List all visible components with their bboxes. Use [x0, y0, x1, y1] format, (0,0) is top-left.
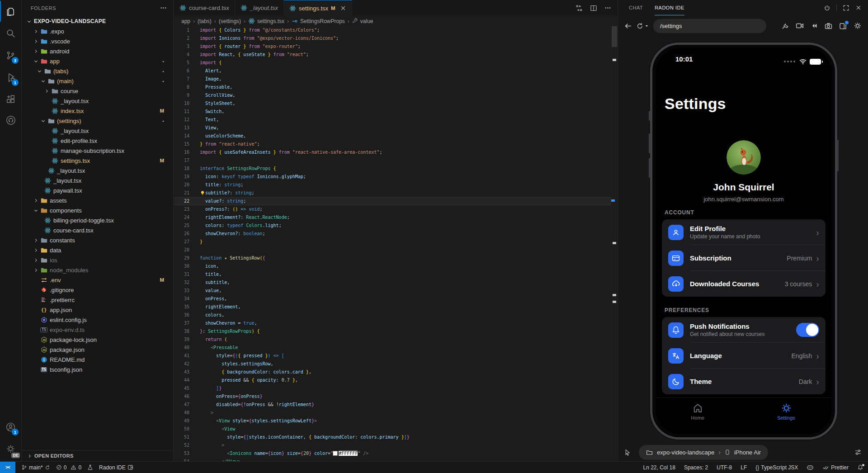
dev-tools-icon[interactable] — [781, 22, 789, 30]
code-line-35[interactable]: 35 rightElement, — [174, 303, 611, 311]
code-line-33[interactable]: 33 value, — [174, 287, 611, 295]
code-line-27[interactable]: 27} — [174, 238, 611, 246]
replay-icon[interactable] — [811, 22, 818, 29]
scrollbar-thumb[interactable] — [612, 26, 617, 47]
phone-tab-home[interactable]: Home — [677, 402, 718, 421]
tree-item-layout-tsx[interactable]: _layout.tsx — [22, 126, 173, 136]
more-actions-icon[interactable] — [160, 5, 167, 11]
reload-button[interactable] — [637, 23, 649, 29]
radon-ide-status-item[interactable]: Radon IDE — [99, 464, 133, 471]
code-line-45[interactable]: 45 ]} — [174, 384, 611, 393]
record-video-icon[interactable] — [796, 22, 804, 30]
code-editor[interactable]: 1import { Colors } from "@/constants/Col… — [174, 26, 611, 461]
code-line-12[interactable]: 12 Text, — [174, 116, 611, 124]
code-line-17[interactable]: 17 — [174, 156, 611, 165]
code-line-13[interactable]: 13 View, — [174, 124, 611, 132]
notifications-bell-icon[interactable] — [857, 464, 863, 471]
lightbulb-icon[interactable] — [200, 190, 205, 196]
code-line-46[interactable]: 46 onPress={onPress} — [174, 393, 611, 401]
settings-row-downloaded-courses[interactable]: Downloaded Courses3 courses› — [662, 271, 826, 297]
code-line-44[interactable]: 44 pressed && { opacity: 0.7 }, — [174, 376, 611, 384]
tree-item-layout-tsx[interactable]: _layout.tsx — [22, 96, 173, 106]
code-line-38[interactable]: 38}: SettingsRowProps) { — [174, 327, 611, 336]
breadcrumb-value[interactable]: value — [352, 18, 373, 24]
code-line-47[interactable]: 47 disabled={!onPress && !rightElement} — [174, 401, 611, 409]
tab-layout-tsx[interactable]: _layout.tsx — [235, 0, 284, 16]
tree-item-app-json[interactable]: {}app.json — [22, 305, 173, 315]
close-icon[interactable] — [340, 5, 346, 11]
cursor-position[interactable]: Ln 22, Col 18 — [643, 464, 675, 471]
tree-item-expo-env-d-ts[interactable]: TSexpo-env.d.ts — [22, 325, 173, 335]
tab-chat[interactable]: CHAT — [629, 0, 643, 15]
settings-row-push-notifications[interactable]: Push NotificationsGet notified about new… — [662, 317, 826, 343]
code-line-22[interactable]: 22 value?: string; — [174, 197, 611, 205]
code-line-30[interactable]: 30 icon, — [174, 262, 611, 270]
tree-item-tsconfig-json[interactable]: TStsconfig.json — [22, 364, 173, 374]
open-editors-header[interactable]: OPEN EDITORS — [22, 450, 173, 461]
code-line-6[interactable]: 6 Alert, — [174, 67, 611, 75]
tree-item-package-lock-json[interactable]: JSpackage-lock.json — [22, 335, 173, 345]
tree-item-ios[interactable]: ios — [22, 255, 173, 265]
tree-item-main[interactable]: (main)● — [22, 76, 173, 86]
settings-row-language[interactable]: LanguageEnglish› — [662, 343, 826, 369]
panel-settings-icon[interactable] — [854, 22, 862, 30]
tree-item-course-card-tsx[interactable]: course-card.tsx — [22, 225, 173, 235]
tree-item-vscode[interactable]: .vscode — [22, 36, 173, 46]
tree-item-expo-video-landscape[interactable]: EXPO-VIDEO-LANDSCAPE — [22, 16, 173, 26]
tab-radon-ide[interactable]: RADON IDE — [655, 0, 684, 15]
tree-item-course[interactable]: course — [22, 86, 173, 96]
code-line-7[interactable]: 7 Image, — [174, 75, 611, 83]
tree-item-constants[interactable]: constants — [22, 235, 173, 245]
tree-item-index-tsx[interactable]: index.tsxM — [22, 106, 173, 116]
code-line-11[interactable]: 11 Switch, — [174, 108, 611, 116]
search-icon[interactable] — [0, 23, 21, 43]
tree-item-settings-tsx[interactable]: settings.tsxM — [22, 156, 173, 166]
code-line-20[interactable]: 20 title: string; — [174, 181, 611, 189]
code-line-10[interactable]: 10 StyleSheet, — [174, 99, 611, 108]
code-line-50[interactable]: 50 <View — [174, 425, 611, 433]
breadcrumb-settings[interactable]: (settings) — [219, 18, 241, 24]
phone-screen[interactable]: 10:01 Settings — [656, 48, 832, 434]
code-line-2[interactable]: 2import Ionicons from "@expo/vector-icon… — [174, 34, 611, 43]
tree-item-package-json[interactable]: JSpackage.json — [22, 345, 173, 355]
remote-indicator[interactable]: >< — [0, 462, 15, 473]
language-mode[interactable]: {} TypeScript JSX — [755, 464, 798, 471]
url-bar[interactable]: /settings — [653, 19, 766, 33]
code-line-40[interactable]: 40 <Pressable — [174, 344, 611, 352]
breadcrumb-settings-tsx[interactable]: settings.tsx — [248, 18, 284, 24]
more-actions-icon[interactable] — [604, 5, 611, 11]
code-line-49[interactable]: 49 <View style={styles.settingsRowLeft}> — [174, 417, 611, 425]
breadcrumb-tabs[interactable]: (tabs) — [198, 18, 212, 24]
tree-item-android[interactable]: android — [22, 46, 173, 56]
code-line-15[interactable]: 15} from "react-native"; — [174, 140, 611, 148]
code-line-9[interactable]: 9 ScrollView, — [174, 91, 611, 99]
overview-ruler[interactable] — [611, 26, 618, 461]
encoding[interactable]: UTF-8 — [717, 464, 732, 471]
git-branch-item[interactable]: main* — [21, 464, 50, 471]
tree-item-env[interactable]: .envM — [22, 275, 173, 285]
accounts-icon[interactable]: 1 — [0, 416, 21, 437]
tab-course-card-tsx[interactable]: course-card.tsx — [174, 0, 235, 16]
device-selector[interactable]: expo-video-landscape › iPhone Air — [639, 445, 768, 460]
code-line-26[interactable]: 26 showChevron?: boolean; — [174, 230, 611, 238]
tree-item-assets[interactable]: assets — [22, 195, 173, 205]
code-line-31[interactable]: 31 title, — [174, 270, 611, 279]
device-options-icon[interactable] — [854, 449, 862, 456]
code-line-23[interactable]: 23 onPress?: () => void; — [174, 205, 611, 213]
tree-item-gitignore[interactable]: .gitignore — [22, 285, 173, 295]
tab-settings-tsx[interactable]: settings.tsxM — [284, 0, 352, 16]
code-line-14[interactable]: 14 useColorScheme, — [174, 132, 611, 140]
tree-item-data[interactable]: data — [22, 245, 173, 255]
tree-item-settings[interactable]: (settings)● — [22, 116, 173, 126]
problems-item[interactable]: 0 0 — [56, 464, 81, 471]
code-line-36[interactable]: 36 colors, — [174, 311, 611, 319]
code-line-25[interactable]: 25 colors: typeof Colors.light; — [174, 222, 611, 230]
code-line-48[interactable]: 48 > — [174, 409, 611, 417]
settings-gear-icon[interactable]: DE — [0, 438, 21, 459]
code-line-29[interactable]: 29function ✦ SettingsRow({ — [174, 254, 611, 262]
indentation[interactable]: Spaces: 2 — [684, 464, 708, 471]
code-line-4[interactable]: 4import React, { useState } from "react"… — [174, 51, 611, 59]
code-line-19[interactable]: 19 icon: keyof typeof Ionicons.glyphMap; — [174, 173, 611, 181]
tree-item-edit-profile-tsx[interactable]: edit-profile.tsx — [22, 136, 173, 146]
code-line-41[interactable]: 41 style={({ pressed }) => [ — [174, 352, 611, 360]
